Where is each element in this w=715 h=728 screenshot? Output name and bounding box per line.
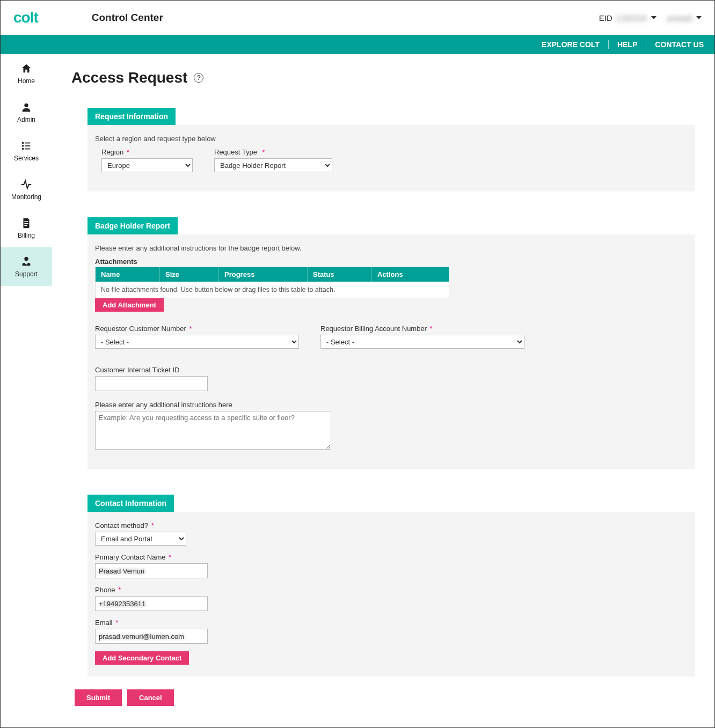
additional-instructions-label: Please enter any additional instructions… xyxy=(95,401,688,409)
region-select[interactable]: Europe xyxy=(101,158,193,172)
section-badge-holder-report: Badge Holder Report Please enter any add… xyxy=(87,217,695,469)
billing-icon xyxy=(20,217,33,230)
svg-rect-6 xyxy=(25,149,30,150)
user-icon xyxy=(20,101,33,114)
primary-contact-name-input[interactable] xyxy=(95,563,208,578)
add-secondary-contact-button[interactable]: Add Secondary Contact xyxy=(95,651,189,665)
sidebar-item-monitoring[interactable]: Monitoring xyxy=(1,170,52,209)
svg-rect-9 xyxy=(24,225,27,226)
col-name: Name xyxy=(96,267,160,282)
internal-ticket-input[interactable] xyxy=(95,376,208,391)
section-contact-info: Contact Information Contact method? * Em… xyxy=(87,495,695,676)
svg-rect-8 xyxy=(24,223,28,224)
region-label: Region * xyxy=(101,148,193,156)
sidebar-item-label: Services xyxy=(14,155,39,162)
attachments-label: Attachments xyxy=(95,258,688,266)
attachments-table-head: Name Size Progress Status Actions xyxy=(96,267,449,282)
sidebar-item-support[interactable]: Support xyxy=(1,247,52,286)
user-name: prasad xyxy=(667,13,692,23)
sidebar-item-billing[interactable]: Billing xyxy=(1,209,52,247)
additional-instructions-textarea[interactable] xyxy=(95,411,331,450)
sidebar-item-label: Billing xyxy=(18,232,35,239)
col-actions: Actions xyxy=(372,267,449,282)
app-title: Control Center xyxy=(92,12,163,24)
sidebar-item-services[interactable]: Services xyxy=(1,131,52,170)
requestor-billing-label: Requestor Billing Account Number * xyxy=(320,325,524,333)
home-icon xyxy=(20,62,33,75)
requestor-customer-number-select[interactable]: - Select - xyxy=(95,335,299,349)
request-info-hint: Select a region and request type below xyxy=(95,135,688,143)
sidebar: Home Admin Services Monitoring Billing xyxy=(1,54,52,727)
attachments-empty: No file attachments found. Use button be… xyxy=(96,282,449,298)
add-attachment-button[interactable]: Add Attachment xyxy=(95,298,164,312)
requestor-customer-number-label: Requestor Customer Number * xyxy=(95,325,299,333)
badge-hint: Please enter any additional instructions… xyxy=(95,244,688,252)
page-title: Access Request xyxy=(71,69,187,86)
request-type-select[interactable]: Badge Holder Report xyxy=(214,158,332,172)
phone-input[interactable] xyxy=(95,596,208,611)
nav-contact[interactable]: CONTACT US xyxy=(646,40,704,49)
footer-buttons: Submit Cancel xyxy=(75,689,695,706)
phone-label: Phone * xyxy=(95,586,688,594)
main-content: Access Request ? Request Information Sel… xyxy=(52,54,714,727)
primary-contact-name-label: Primary Contact Name * xyxy=(95,553,688,561)
nav-explore[interactable]: EXPLORE COLT xyxy=(533,40,609,49)
nav-bar: EXPLORE COLT HELP CONTACT US xyxy=(1,35,714,54)
requestor-billing-select[interactable]: - Select - xyxy=(320,335,524,349)
page-title-row: Access Request ? xyxy=(71,69,695,86)
internal-ticket-label: Customer Internal Ticket ID xyxy=(95,366,688,374)
svg-rect-4 xyxy=(25,143,30,144)
sidebar-item-home[interactable]: Home xyxy=(1,54,52,93)
contact-method-label: Contact method? * xyxy=(95,521,688,530)
svg-point-0 xyxy=(24,104,28,107)
eid-label: EID xyxy=(599,13,612,23)
section-request-info: Request Information Select a region and … xyxy=(87,108,695,192)
col-status: Status xyxy=(308,267,372,282)
request-type-label: Request Type * xyxy=(214,148,332,156)
section-header-contact: Contact Information xyxy=(87,495,174,512)
sidebar-item-admin[interactable]: Admin xyxy=(1,93,52,131)
sidebar-item-label: Support xyxy=(15,270,38,278)
svg-point-1 xyxy=(22,142,24,144)
eid-dropdown[interactable]: EID 1162316 xyxy=(599,13,656,23)
sidebar-item-label: Home xyxy=(18,77,35,85)
help-icon[interactable]: ? xyxy=(194,73,203,83)
attachments-table[interactable]: Name Size Progress Status Actions No fil… xyxy=(95,267,449,298)
section-header-request-info: Request Information xyxy=(87,108,176,125)
list-icon xyxy=(20,139,33,152)
sidebar-item-label: Monitoring xyxy=(11,193,41,201)
top-header: Control Center EID 1162316 prasad xyxy=(1,1,714,35)
eid-value: 1162316 xyxy=(616,13,647,23)
svg-rect-5 xyxy=(25,145,30,146)
nav-help[interactable]: HELP xyxy=(609,40,646,49)
section-header-badge: Badge Holder Report xyxy=(87,217,178,234)
col-progress: Progress xyxy=(219,267,308,282)
colt-logo xyxy=(13,9,38,26)
cancel-button[interactable]: Cancel xyxy=(127,689,174,706)
email-input[interactable] xyxy=(95,629,208,644)
col-size: Size xyxy=(160,267,219,282)
header-right: EID 1162316 prasad xyxy=(599,13,702,23)
sidebar-item-label: Admin xyxy=(17,116,35,123)
support-icon xyxy=(20,255,33,268)
chevron-down-icon xyxy=(696,16,702,19)
submit-button[interactable]: Submit xyxy=(75,689,122,706)
user-dropdown[interactable]: prasad xyxy=(667,13,702,23)
email-label: Email * xyxy=(95,619,688,627)
activity-icon xyxy=(20,178,33,191)
contact-method-select[interactable]: Email and Portal xyxy=(95,532,186,546)
chevron-down-icon xyxy=(651,16,656,19)
svg-point-2 xyxy=(22,145,24,147)
svg-rect-7 xyxy=(24,221,28,222)
svg-point-3 xyxy=(22,148,24,150)
